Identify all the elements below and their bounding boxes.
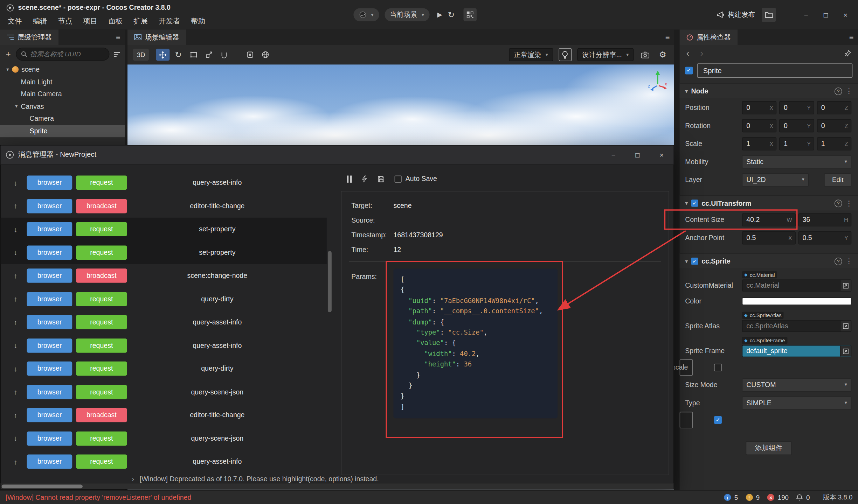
message-row[interactable]: ↑browserrequestquery-dirty (1, 287, 327, 310)
kind-tag[interactable]: request (76, 222, 127, 237)
source-tag[interactable]: browser (27, 385, 72, 399)
play-button[interactable]: ▶ (437, 11, 442, 19)
screenshot-camera-icon[interactable] (639, 49, 651, 61)
section-sprite-header[interactable]: ▾ ✓ cc.Sprite ? ⋮ (680, 253, 858, 268)
search-input[interactable] (30, 50, 105, 58)
asset-picker-icon[interactable] (840, 280, 851, 291)
notification-bell-icon[interactable] (796, 494, 803, 501)
node-name-field[interactable]: Sprite (697, 63, 853, 78)
message-row[interactable]: ↓browserrequestquery-asset-info (1, 171, 327, 194)
message-row[interactable]: ↑browserbroadcasteditor-title-change (1, 404, 327, 427)
custommaterial-asset-field[interactable]: cc.Material (742, 279, 852, 291)
rect-tool-button[interactable] (187, 49, 200, 61)
save-log-button[interactable] (378, 175, 385, 182)
scene-settings-gear-icon[interactable]: ⚙ (657, 49, 669, 61)
node-active-checkbox[interactable]: ✓ (685, 67, 693, 75)
tree-node-scene[interactable]: ▾scene (0, 63, 125, 76)
asset-picker-icon[interactable] (840, 346, 851, 357)
kebab-menu-icon[interactable]: ⋮ (845, 87, 852, 95)
rotation-z-field[interactable]: 0Z (817, 119, 851, 132)
tree-node-sprite[interactable]: Sprite (0, 125, 125, 137)
tree-node-canvas[interactable]: ▾Canvas (0, 100, 125, 113)
help-icon[interactable]: ? (835, 87, 842, 95)
open-project-folder-button[interactable] (762, 8, 776, 22)
uitransform-enabled-checkbox[interactable]: ✓ (691, 200, 698, 206)
message-row[interactable]: ↑browserbroadcastscene:change-node (1, 264, 327, 287)
kind-tag[interactable]: broadcast (76, 269, 127, 283)
scrollbar-thumb[interactable] (2, 484, 83, 488)
sprite-enabled-checkbox[interactable]: ✓ (691, 258, 698, 265)
kind-tag[interactable]: broadcast (76, 408, 127, 422)
tab-inspector[interactable]: 属性检查器 (680, 29, 738, 45)
refresh-button[interactable]: ↻ (448, 10, 455, 20)
add-component-button[interactable]: 添加组件 (746, 441, 792, 455)
transform-tool-button[interactable] (217, 49, 231, 61)
menubar-item-3[interactable]: 项目 (78, 16, 103, 26)
history-back-button[interactable]: ‹ (686, 48, 689, 58)
expand-caret-icon[interactable]: ▾ (12, 104, 21, 109)
panel-menu-icon[interactable]: ≡ (116, 33, 120, 42)
position-z-field[interactable]: 0Z (817, 101, 851, 114)
source-tag[interactable]: browser (27, 245, 72, 260)
source-tag[interactable]: browser (27, 222, 72, 237)
layer-edit-button[interactable]: Edit (824, 173, 851, 187)
message-row[interactable]: ↑browserrequestquery-scene-json (1, 380, 327, 404)
auto-save-checkbox[interactable] (395, 175, 402, 182)
help-icon[interactable]: ? (835, 257, 842, 265)
kebab-menu-icon[interactable]: ⋮ (845, 257, 852, 265)
menubar-item-4[interactable]: 面板 (103, 16, 128, 26)
message-row[interactable]: ↑browserbroadcasteditor-title-change (1, 194, 327, 217)
kind-tag[interactable]: request (76, 292, 127, 306)
source-tag[interactable]: browser (27, 315, 72, 329)
source-tag[interactable]: browser (27, 455, 72, 469)
tree-node-main-camera[interactable]: Main Camera (0, 88, 125, 100)
help-icon[interactable]: ? (835, 200, 842, 207)
scale-x-field[interactable]: 1X (742, 137, 777, 150)
coordinate-mode-button[interactable] (258, 49, 272, 61)
content-size-h-field[interactable]: 36H (798, 213, 851, 226)
sprite-atlas-asset-field[interactable]: cc.SpriteAtlas (742, 320, 852, 332)
tab-hierarchy[interactable]: 层级管理器 (0, 29, 58, 45)
panel-menu-icon[interactable]: ≡ (665, 33, 670, 42)
menubar-item-5[interactable]: 扩展 (128, 16, 153, 26)
create-node-button[interactable]: + (5, 50, 12, 58)
menubar-item-2[interactable]: 节点 (53, 16, 78, 26)
chevron-down-icon[interactable]: ▾ (685, 258, 688, 264)
source-tag[interactable]: browser (27, 199, 72, 213)
warning-badge-icon[interactable]: ! (746, 494, 753, 501)
lighting-toggle-button[interactable] (559, 48, 572, 62)
info-badge-icon[interactable]: i (724, 494, 731, 501)
axis-gizmo[interactable]: x z (647, 68, 669, 93)
chevron-down-icon[interactable]: ▾ (685, 88, 688, 94)
status-error-text[interactable]: [Window] Cannot read property 'removeLis… (6, 493, 192, 501)
error-badge-icon[interactable]: × (767, 494, 774, 501)
source-tag[interactable]: browser (27, 176, 72, 190)
source-tag[interactable]: browser (27, 292, 72, 306)
message-window-titlebar[interactable]: 消息管理器 - NewProject − □ × (1, 146, 674, 165)
pin-icon[interactable] (844, 49, 851, 56)
message-row[interactable]: ↑browserrequestquery-asset-info (1, 311, 327, 334)
message-row[interactable]: ↓browserrequestquery-asset-info (1, 334, 327, 357)
debug-lightning-button[interactable] (362, 175, 368, 183)
source-tag[interactable]: browser (27, 338, 72, 353)
type-select[interactable]: SIMPLE▾ (742, 396, 852, 410)
scale-z-field[interactable]: 1Z (817, 137, 851, 150)
message-row[interactable]: ↓browserrequestset-property (1, 218, 327, 241)
position-y-field[interactable]: 0Y (780, 101, 814, 114)
pause-capture-button[interactable] (347, 175, 352, 182)
content-size-w-field[interactable]: 40.2W (742, 213, 795, 226)
rotation-x-field[interactable]: 0X (742, 119, 777, 132)
size-mode-select[interactable]: CUSTOM▾ (742, 378, 852, 391)
vertical-scrollbar[interactable] (327, 169, 332, 475)
rotate-tool-button[interactable]: ↻ (172, 49, 185, 61)
section-node-header[interactable]: ▾ Node ? ⋮ (680, 83, 858, 99)
kind-tag[interactable]: request (76, 385, 127, 399)
kind-tag[interactable]: broadcast (76, 199, 127, 213)
trim-checkbox[interactable]: ✓ (714, 416, 722, 424)
source-tag[interactable]: browser (27, 408, 72, 422)
maximize-button[interactable]: □ (625, 145, 650, 164)
sprite-frame-asset-field[interactable]: default_sprite (742, 345, 852, 357)
rotation-y-field[interactable]: 0Y (780, 119, 814, 132)
anchor-point-y-field[interactable]: 0.5Y (798, 231, 851, 244)
toggle-2d3d-button[interactable]: 3D (133, 49, 149, 61)
